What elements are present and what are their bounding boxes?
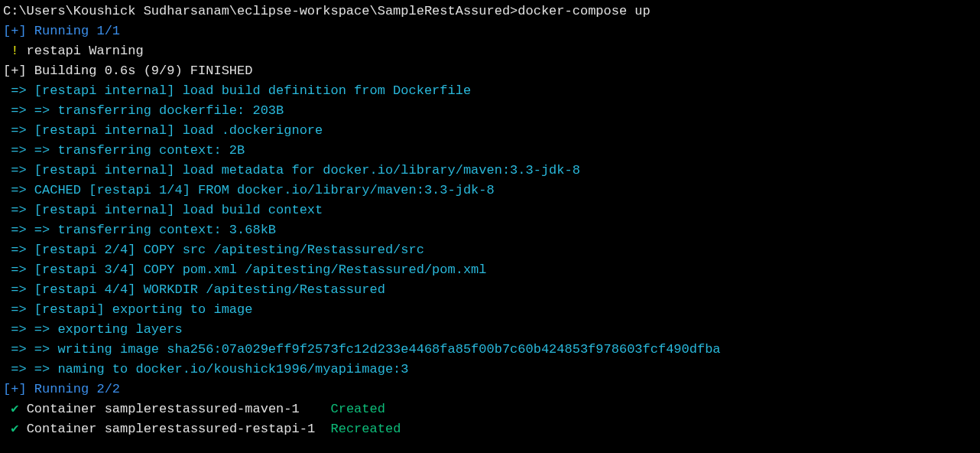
check-icon: ✔: [3, 402, 27, 416]
build-step: => [restapi internal] load metadata for …: [3, 161, 980, 181]
build-step: => => exporting layers: [3, 320, 980, 340]
terminal-prompt-line: C:\Users\Koushick Sudharsanam\eclipse-wo…: [3, 2, 980, 21]
build-step: => [restapi internal] load .dockerignore: [3, 121, 980, 141]
container-status-line: ✔ Container samplerestassured-restapi-1 …: [3, 419, 980, 439]
build-step: => [restapi 2/4] COPY src /apitesting/Re…: [3, 240, 980, 260]
container-status: Created: [323, 402, 385, 416]
warning-line: ! restapi Warning: [3, 41, 980, 61]
build-step: => CACHED [restapi 1/4] FROM docker.io/l…: [3, 181, 980, 200]
running-status-line-2: [+] Running 2/2: [3, 380, 980, 399]
build-step: => [restapi 4/4] WORKDIR /apitesting/Res…: [3, 280, 980, 300]
prompt-path: C:\Users\Koushick Sudharsanam\eclipse-wo…: [3, 4, 518, 18]
building-text: Building 0.6s (9/9) FINISHED: [27, 64, 253, 78]
running-status-line-1: [+] Running 1/1: [3, 21, 980, 41]
running-text: Running 2/2: [27, 382, 120, 396]
build-step: => => transferring context: 2B: [3, 141, 980, 161]
build-step: => => transferring dockerfile: 203B: [3, 101, 980, 121]
running-prefix: [+]: [3, 24, 27, 38]
building-status-line: [+] Building 0.6s (9/9) FINISHED: [3, 61, 980, 81]
building-prefix: [+]: [3, 64, 27, 78]
container-status: Recreated: [323, 422, 401, 436]
running-text: Running 1/1: [27, 24, 120, 38]
container-name: Container samplerestassured-maven-1: [27, 402, 323, 416]
check-icon: ✔: [3, 422, 27, 436]
warning-text: restapi Warning: [27, 44, 144, 58]
container-status-line: ✔ Container samplerestassured-maven-1 Cr…: [3, 399, 980, 419]
prompt-command: docker-compose up: [518, 4, 650, 18]
warning-bang-icon: !: [3, 44, 27, 58]
running-prefix: [+]: [3, 382, 27, 396]
build-step: => [restapi internal] load build definit…: [3, 81, 980, 101]
build-step: => [restapi 3/4] COPY pom.xml /apitestin…: [3, 260, 980, 280]
build-step: => [restapi internal] load build context: [3, 200, 980, 220]
build-step: => => writing image sha256:07a029eff9f25…: [3, 340, 980, 360]
build-step: => [restapi] exporting to image: [3, 300, 980, 320]
container-name: Container samplerestassured-restapi-1: [27, 422, 323, 436]
build-step: => => transferring context: 3.68kB: [3, 220, 980, 240]
build-step: => => naming to docker.io/koushick1996/m…: [3, 360, 980, 380]
